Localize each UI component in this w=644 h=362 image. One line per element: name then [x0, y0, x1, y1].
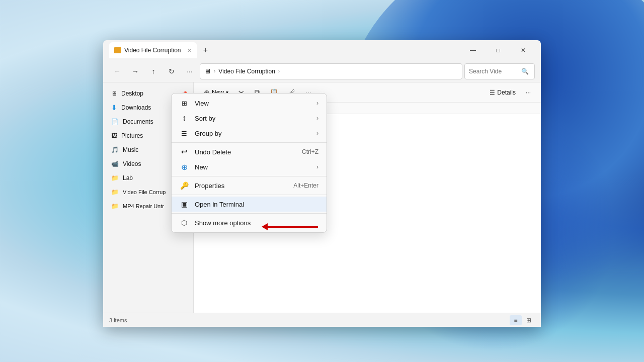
properties-menu-icon: 🔑: [180, 181, 189, 190]
menu-item-group-by[interactable]: ☰ Group by ›: [172, 126, 327, 141]
new-menu-icon: ⊕: [180, 162, 189, 171]
minimize-button[interactable]: —: [461, 42, 485, 58]
music-icon: 🎵: [111, 146, 119, 153]
videos-icon: 📹: [111, 160, 119, 167]
add-tab-icon: +: [203, 46, 208, 55]
list-view-icon: ≡: [514, 317, 517, 324]
breadcrumb-sep-2: ›: [278, 68, 280, 74]
context-menu: ⊞ View › ↕ Sort by › ☰ Group by › ↩ Undo…: [171, 93, 327, 233]
desktop-icon: 🖥: [111, 90, 117, 97]
forward-icon: →: [132, 67, 139, 75]
back-icon: ←: [114, 67, 121, 75]
window-controls: — □ ✕: [461, 42, 535, 58]
tab-close-icon[interactable]: ✕: [187, 47, 192, 54]
terminal-menu-icon: ▣: [180, 200, 189, 209]
up-button[interactable]: ↑: [145, 63, 162, 79]
details-more-button[interactable]: ···: [522, 87, 535, 98]
video-corruption-icon: 📁: [111, 189, 119, 196]
more-nav-icon: ···: [187, 67, 193, 75]
status-bar: 3 items ≡ ⊞: [103, 313, 541, 327]
address-bar[interactable]: 🖥 › Video File Corruption ›: [200, 63, 462, 79]
active-tab[interactable]: Video File Corruption ✕: [109, 42, 197, 58]
new-submenu-arrow: ›: [316, 163, 318, 170]
tab-label: Video File Corruption: [124, 47, 181, 54]
details-icon: ☰: [490, 89, 495, 96]
navigation-toolbar: ← → ↑ ↻ ··· 🖥 › Video File Corruption › …: [103, 60, 541, 82]
item-count: 3 items: [109, 317, 127, 323]
refresh-button[interactable]: ↻: [164, 63, 180, 79]
sidebar-item-label-documents: Documents: [123, 118, 153, 125]
breadcrumb-sep-1: ›: [214, 68, 215, 74]
new-menu-label: New: [195, 163, 310, 171]
arrow-annotation: [262, 223, 318, 230]
refresh-icon: ↻: [169, 67, 175, 75]
details-button[interactable]: ☰ Details: [486, 87, 520, 98]
minimize-icon: —: [470, 47, 476, 54]
forward-button[interactable]: →: [127, 63, 143, 79]
grid-view-button[interactable]: ⊞: [523, 315, 535, 325]
sort-by-menu-icon: ↕: [180, 114, 189, 123]
sidebar-item-label-vfc: Video File Corrup: [123, 189, 166, 195]
group-by-menu-label: Group by: [195, 130, 310, 137]
group-by-menu-icon: ☰: [180, 129, 189, 138]
tab-folder-icon: [114, 47, 121, 53]
menu-divider-3: [172, 195, 327, 195]
menu-item-open-terminal[interactable]: ▣ Open in Terminal: [172, 197, 327, 212]
sort-by-submenu-arrow: ›: [316, 115, 318, 122]
arrow-line: [268, 226, 318, 228]
more-nav-button[interactable]: ···: [182, 63, 198, 79]
breadcrumb-folder: Video File Corruption: [218, 68, 275, 75]
view-buttons: ≡ ⊞: [510, 315, 535, 325]
sidebar-item-label-mp4: MP4 Repair Untr: [123, 203, 164, 209]
view-submenu-arrow: ›: [316, 100, 318, 107]
details-label: Details: [497, 89, 516, 96]
menu-divider-1: [172, 142, 327, 143]
back-button[interactable]: ←: [109, 63, 125, 79]
monitor-icon: 🖥: [204, 67, 211, 75]
search-box[interactable]: 🔍: [464, 63, 535, 79]
properties-menu-label: Properties: [195, 182, 287, 190]
sidebar-item-label-lab: Lab: [123, 174, 133, 182]
menu-divider-4: [172, 213, 327, 214]
search-icon: 🔍: [521, 68, 529, 75]
grid-view-icon: ⊞: [526, 317, 531, 324]
maximize-icon: □: [496, 47, 500, 54]
properties-shortcut: Alt+Enter: [293, 182, 318, 189]
breadcrumb-folder-label: Video File Corruption: [218, 68, 275, 75]
menu-item-properties[interactable]: 🔑 Properties Alt+Enter: [172, 178, 327, 193]
undo-delete-menu-label: Undo Delete: [195, 148, 296, 156]
search-input[interactable]: [469, 68, 519, 75]
show-more-menu-icon: ⬡: [180, 218, 189, 227]
menu-item-new[interactable]: ⊕ New ›: [172, 159, 327, 174]
sidebar-item-label-music: Music: [123, 146, 138, 153]
pictures-icon: 🖼: [111, 132, 117, 139]
close-icon: ✕: [521, 47, 526, 54]
view-menu-icon: ⊞: [180, 99, 189, 108]
up-icon: ↑: [152, 67, 155, 75]
title-bar: Video File Corruption ✕ + — □ ✕: [103, 40, 541, 60]
documents-icon: 📄: [111, 118, 119, 125]
menu-divider-2: [172, 176, 327, 176]
close-button[interactable]: ✕: [512, 42, 535, 58]
add-tab-button[interactable]: +: [199, 43, 213, 57]
undo-delete-shortcut: Ctrl+Z: [302, 148, 318, 155]
mp4-repair-icon: 📁: [111, 203, 119, 210]
sidebar-item-label-downloads: Downloads: [121, 104, 151, 111]
details-more-icon: ···: [526, 89, 531, 96]
menu-item-undo-delete[interactable]: ↩ Undo Delete Ctrl+Z: [172, 144, 327, 159]
sort-by-menu-label: Sort by: [195, 115, 310, 122]
menu-item-view[interactable]: ⊞ View ›: [172, 96, 327, 111]
maximize-button[interactable]: □: [487, 42, 510, 58]
undo-delete-menu-icon: ↩: [180, 147, 189, 156]
sidebar-item-label-pictures: Pictures: [121, 132, 143, 139]
sidebar-item-label-videos: Videos: [123, 160, 141, 167]
group-by-submenu-arrow: ›: [316, 130, 318, 137]
list-view-button[interactable]: ≡: [510, 315, 522, 325]
tab-area: Video File Corruption ✕ +: [109, 42, 457, 58]
menu-item-sort-by[interactable]: ↕ Sort by ›: [172, 111, 327, 126]
sidebar-item-label-desktop: Desktop: [121, 90, 143, 97]
terminal-menu-label: Open in Terminal: [195, 201, 318, 208]
arrow-head-icon: [262, 223, 268, 230]
view-menu-label: View: [195, 100, 310, 107]
downloads-icon: ⬇: [111, 104, 117, 112]
